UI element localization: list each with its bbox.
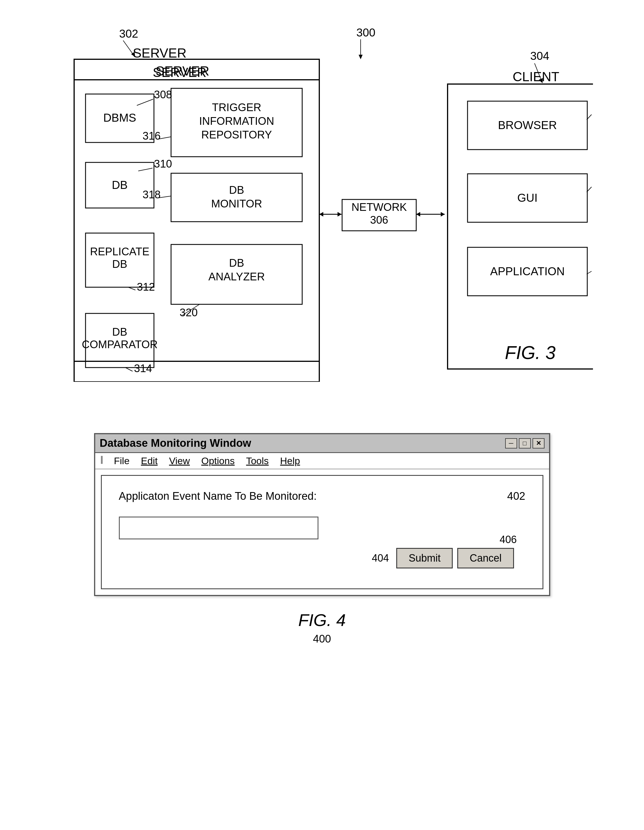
title-bar: Database Monitoring Window ─ □ ✕ [95, 434, 549, 453]
client-label-text: CLIENT [512, 69, 559, 84]
window-controls: ─ □ ✕ [505, 438, 544, 448]
svg-line-19 [125, 367, 133, 371]
dbc-line2: COMPARATOR [81, 339, 157, 350]
network-line1: NETWORK [351, 201, 406, 213]
svg-rect-12 [171, 173, 302, 222]
fig4-label: FIG. 4 [298, 610, 346, 630]
dbms-label: DBMS [103, 111, 136, 124]
dbc-line1: DB [112, 326, 127, 338]
browser-label: BROWSER [498, 119, 557, 131]
ref-402: 402 [507, 490, 525, 502]
svg-marker-22 [338, 212, 341, 217]
ref-404: 404 [372, 552, 389, 564]
ref-306: 306 [370, 214, 388, 226]
menu-bar: File Edit View Options Tools Help [95, 453, 549, 469]
svg-line-7 [137, 99, 153, 105]
dba-line1: DB [229, 257, 244, 269]
server-label: SERVER [133, 46, 186, 60]
event-name-input[interactable] [119, 516, 319, 539]
window-title: Database Monitoring Window [100, 437, 251, 449]
ref-310: 310 [154, 158, 172, 170]
fig4-container: Database Monitoring Window ─ □ ✕ File Ed… [94, 433, 550, 645]
ref-316: 316 [143, 130, 160, 142]
window-content: Applicaton Event Name To Be Monitored: 4… [101, 475, 543, 589]
form-buttons: 404 Submit Cancel 406 [119, 548, 525, 569]
dba-line2: ANALYZER [208, 271, 265, 283]
ref-318: 318 [143, 188, 160, 201]
svg-line-2 [123, 40, 134, 55]
fig3-label: FIG. 3 [505, 342, 556, 363]
cancel-button-wrapper: Cancel 406 [457, 548, 514, 569]
server-label-text: SERVER [152, 65, 206, 80]
ref-320: 320 [179, 307, 198, 318]
cancel-button[interactable]: Cancel [457, 548, 514, 569]
rdb-line1: REPLICATE [90, 246, 149, 258]
dbm-line2: MONITOR [211, 198, 262, 210]
svg-marker-25 [441, 212, 445, 217]
ref-406: 406 [500, 534, 517, 546]
menu-file[interactable]: File [114, 455, 130, 466]
ref-304: 304 [530, 49, 549, 62]
svg-marker-26 [416, 212, 420, 217]
tir-line1: TRIGGER [212, 101, 261, 113]
fig4-label-area: FIG. 4 400 [94, 602, 550, 645]
ref-312: 312 [137, 281, 155, 293]
svg-marker-1 [358, 55, 363, 59]
menu-edit[interactable]: Edit [141, 455, 158, 466]
svg-marker-23 [319, 212, 323, 217]
menu-tools[interactable]: Tools [246, 455, 268, 466]
fig4-label-row: FIG. 4 [298, 602, 346, 630]
form-group: Applicaton Event Name To Be Monitored: 4… [119, 490, 525, 569]
maximize-button[interactable]: □ [519, 438, 531, 448]
rdb-line2: DB [112, 258, 127, 270]
gui-label: GUI [517, 192, 538, 204]
db-label: DB [112, 179, 128, 191]
dbm-line1: DB [229, 184, 244, 196]
database-monitoring-window: Database Monitoring Window ─ □ ✕ File Ed… [94, 433, 550, 596]
close-button[interactable]: ✕ [533, 438, 544, 448]
fig3-diagram: 300 302 SERVER SERVER SERVER DBMS 308 TR… [51, 17, 593, 382]
ref-308: 308 [154, 89, 172, 101]
form-label: Applicaton Event Name To Be Monitored: [119, 490, 317, 502]
ref-302: 302 [119, 27, 138, 40]
svg-line-13 [159, 196, 171, 198]
menu-options[interactable]: Options [201, 455, 235, 466]
svg-rect-5 [74, 80, 319, 382]
tir-line3: REPOSITORY [201, 129, 272, 141]
ref-400-label: 400 [313, 633, 331, 645]
submit-button[interactable]: Submit [396, 548, 453, 569]
application-label: APPLICATION [490, 265, 565, 277]
menu-help[interactable]: Help [280, 455, 300, 466]
minimize-button[interactable]: ─ [505, 438, 517, 448]
menu-view[interactable]: View [169, 455, 190, 466]
svg-line-11 [138, 168, 152, 171]
tir-line2: INFORMATION [199, 115, 274, 127]
ref-314: 314 [134, 363, 152, 374]
ref-300: 300 [356, 26, 376, 39]
